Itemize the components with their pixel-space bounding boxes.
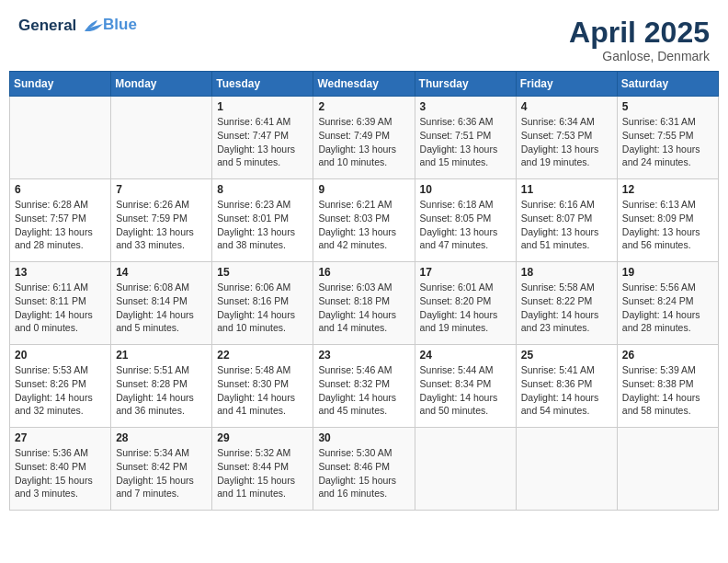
- calendar-cell: [516, 428, 617, 511]
- day-info: Sunrise: 5:41 AM Sunset: 8:36 PM Dayligh…: [521, 363, 612, 418]
- day-number: 7: [116, 183, 207, 196]
- day-number: 21: [116, 349, 207, 362]
- day-info: Sunrise: 5:48 AM Sunset: 8:30 PM Dayligh…: [217, 363, 308, 418]
- calendar-cell: 11Sunrise: 6:16 AM Sunset: 8:07 PM Dayli…: [516, 179, 617, 262]
- day-number: 27: [15, 431, 106, 444]
- calendar-cell: 2Sunrise: 6:39 AM Sunset: 7:49 PM Daylig…: [313, 97, 415, 179]
- day-info: Sunrise: 6:06 AM Sunset: 8:16 PM Dayligh…: [217, 281, 308, 335]
- page-header: General Blue April 2025 Ganlose, Denmark: [9, 9, 719, 63]
- day-number: 9: [318, 183, 409, 196]
- month-year-title: April 2025: [569, 17, 710, 49]
- day-info: Sunrise: 6:21 AM Sunset: 8:03 PM Dayligh…: [318, 198, 409, 252]
- calendar-cell: 23Sunrise: 5:46 AM Sunset: 8:32 PM Dayli…: [313, 345, 415, 428]
- day-info: Sunrise: 6:34 AM Sunset: 7:53 PM Dayligh…: [521, 115, 612, 169]
- day-info: Sunrise: 6:16 AM Sunset: 8:07 PM Dayligh…: [521, 198, 612, 252]
- day-number: 19: [622, 266, 713, 279]
- day-number: 10: [420, 183, 511, 196]
- weekday-header-friday: Friday: [516, 72, 617, 97]
- day-number: 20: [15, 349, 106, 362]
- day-info: Sunrise: 6:28 AM Sunset: 7:57 PM Dayligh…: [15, 198, 106, 252]
- calendar-cell: 4Sunrise: 6:34 AM Sunset: 7:53 PM Daylig…: [516, 97, 617, 179]
- day-info: Sunrise: 6:03 AM Sunset: 8:18 PM Dayligh…: [318, 281, 409, 335]
- calendar-cell: 14Sunrise: 6:08 AM Sunset: 8:14 PM Dayli…: [111, 262, 212, 345]
- weekday-header-thursday: Thursday: [415, 72, 516, 97]
- calendar-cell: 7Sunrise: 6:26 AM Sunset: 7:59 PM Daylig…: [111, 179, 212, 262]
- day-number: 16: [318, 266, 409, 279]
- day-info: Sunrise: 5:34 AM Sunset: 8:42 PM Dayligh…: [116, 446, 207, 500]
- day-number: 17: [420, 266, 511, 279]
- day-number: 8: [217, 183, 308, 196]
- calendar-cell: 28Sunrise: 5:34 AM Sunset: 8:42 PM Dayli…: [111, 428, 212, 511]
- day-info: Sunrise: 5:58 AM Sunset: 8:22 PM Dayligh…: [521, 281, 612, 335]
- day-number: 18: [521, 266, 612, 279]
- calendar-cell: 26Sunrise: 5:39 AM Sunset: 8:38 PM Dayli…: [617, 345, 718, 428]
- day-number: 30: [318, 431, 409, 444]
- day-number: 14: [116, 266, 207, 279]
- calendar-cell: 6Sunrise: 6:28 AM Sunset: 7:57 PM Daylig…: [10, 179, 111, 262]
- day-info: Sunrise: 5:46 AM Sunset: 8:32 PM Dayligh…: [318, 363, 409, 418]
- day-info: Sunrise: 5:39 AM Sunset: 8:38 PM Dayligh…: [622, 363, 713, 418]
- logo-text: General Blue: [18, 17, 137, 35]
- calendar-cell: 29Sunrise: 5:32 AM Sunset: 8:44 PM Dayli…: [212, 428, 313, 511]
- day-number: 11: [521, 183, 612, 196]
- day-number: 25: [521, 349, 612, 362]
- calendar-cell: 27Sunrise: 5:36 AM Sunset: 8:40 PM Dayli…: [10, 428, 111, 511]
- day-info: Sunrise: 6:23 AM Sunset: 8:01 PM Dayligh…: [217, 198, 308, 252]
- weekday-header-tuesday: Tuesday: [212, 72, 313, 97]
- logo-line1: General: [18, 17, 76, 34]
- calendar-cell: 24Sunrise: 5:44 AM Sunset: 8:34 PM Dayli…: [415, 345, 516, 428]
- calendar-cell: 30Sunrise: 5:30 AM Sunset: 8:46 PM Dayli…: [313, 428, 415, 511]
- day-info: Sunrise: 6:01 AM Sunset: 8:20 PM Dayligh…: [420, 281, 511, 335]
- logo: General Blue: [18, 17, 137, 35]
- day-number: 3: [420, 100, 511, 113]
- logo-bird-icon: [83, 18, 103, 35]
- calendar-cell: 20Sunrise: 5:53 AM Sunset: 8:26 PM Dayli…: [10, 345, 111, 428]
- calendar-cell: 10Sunrise: 6:18 AM Sunset: 8:05 PM Dayli…: [415, 179, 516, 262]
- calendar-cell: 19Sunrise: 5:56 AM Sunset: 8:24 PM Dayli…: [617, 262, 718, 345]
- calendar-cell: 17Sunrise: 6:01 AM Sunset: 8:20 PM Dayli…: [415, 262, 516, 345]
- weekday-header-saturday: Saturday: [617, 72, 718, 97]
- calendar-cell: 9Sunrise: 6:21 AM Sunset: 8:03 PM Daylig…: [313, 179, 415, 262]
- calendar-cell: 8Sunrise: 6:23 AM Sunset: 8:01 PM Daylig…: [212, 179, 313, 262]
- calendar-cell: [617, 428, 718, 511]
- day-info: Sunrise: 5:56 AM Sunset: 8:24 PM Dayligh…: [622, 281, 713, 335]
- title-area: April 2025 Ganlose, Denmark: [569, 17, 710, 63]
- day-number: 6: [15, 183, 106, 196]
- calendar-table: SundayMondayTuesdayWednesdayThursdayFrid…: [9, 71, 719, 511]
- day-number: 15: [217, 266, 308, 279]
- calendar-cell: 16Sunrise: 6:03 AM Sunset: 8:18 PM Dayli…: [313, 262, 415, 345]
- weekday-header-sunday: Sunday: [10, 72, 111, 97]
- calendar-cell: 3Sunrise: 6:36 AM Sunset: 7:51 PM Daylig…: [415, 97, 516, 179]
- day-info: Sunrise: 5:53 AM Sunset: 8:26 PM Dayligh…: [15, 363, 106, 418]
- day-number: 1: [217, 100, 308, 113]
- weekday-header-monday: Monday: [111, 72, 212, 97]
- day-info: Sunrise: 5:51 AM Sunset: 8:28 PM Dayligh…: [116, 363, 207, 418]
- calendar-week-row: 20Sunrise: 5:53 AM Sunset: 8:26 PM Dayli…: [10, 345, 719, 428]
- calendar-week-row: 27Sunrise: 5:36 AM Sunset: 8:40 PM Dayli…: [10, 428, 719, 511]
- day-number: 4: [521, 100, 612, 113]
- day-info: Sunrise: 6:18 AM Sunset: 8:05 PM Dayligh…: [420, 198, 511, 252]
- calendar-cell: 13Sunrise: 6:11 AM Sunset: 8:11 PM Dayli…: [10, 262, 111, 345]
- day-number: 24: [420, 349, 511, 362]
- calendar-cell: 5Sunrise: 6:31 AM Sunset: 7:55 PM Daylig…: [617, 97, 718, 179]
- day-number: 22: [217, 349, 308, 362]
- calendar-cell: 22Sunrise: 5:48 AM Sunset: 8:30 PM Dayli…: [212, 345, 313, 428]
- calendar-week-row: 1Sunrise: 6:41 AM Sunset: 7:47 PM Daylig…: [10, 97, 719, 179]
- calendar-cell: 12Sunrise: 6:13 AM Sunset: 8:09 PM Dayli…: [617, 179, 718, 262]
- day-info: Sunrise: 6:31 AM Sunset: 7:55 PM Dayligh…: [622, 115, 713, 169]
- weekday-header-wednesday: Wednesday: [313, 72, 415, 97]
- day-info: Sunrise: 6:26 AM Sunset: 7:59 PM Dayligh…: [116, 198, 207, 252]
- day-number: 23: [318, 349, 409, 362]
- calendar-week-row: 6Sunrise: 6:28 AM Sunset: 7:57 PM Daylig…: [10, 179, 719, 262]
- logo-line2: Blue: [103, 16, 137, 33]
- calendar-cell: 21Sunrise: 5:51 AM Sunset: 8:28 PM Dayli…: [111, 345, 212, 428]
- day-number: 28: [116, 431, 207, 444]
- day-number: 5: [622, 100, 713, 113]
- calendar-cell: [10, 97, 111, 179]
- day-info: Sunrise: 6:13 AM Sunset: 8:09 PM Dayligh…: [622, 198, 713, 252]
- day-info: Sunrise: 6:36 AM Sunset: 7:51 PM Dayligh…: [420, 115, 511, 169]
- day-info: Sunrise: 5:30 AM Sunset: 8:46 PM Dayligh…: [318, 446, 409, 500]
- day-number: 26: [622, 349, 713, 362]
- calendar-cell: 1Sunrise: 6:41 AM Sunset: 7:47 PM Daylig…: [212, 97, 313, 179]
- calendar-cell: [111, 97, 212, 179]
